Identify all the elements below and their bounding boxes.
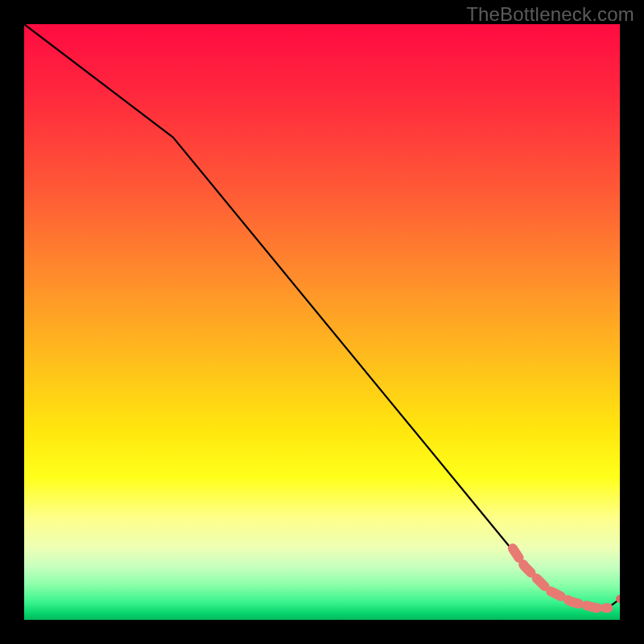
bottleneck-curve bbox=[24, 24, 620, 608]
chart-frame: TheBottleneck.com bbox=[0, 0, 644, 644]
plot-overlay bbox=[24, 24, 620, 620]
plot-area bbox=[24, 24, 620, 620]
watermark-text: TheBottleneck.com bbox=[466, 3, 634, 26]
highlight-segment bbox=[513, 548, 608, 608]
highlight-dash bbox=[513, 548, 608, 608]
